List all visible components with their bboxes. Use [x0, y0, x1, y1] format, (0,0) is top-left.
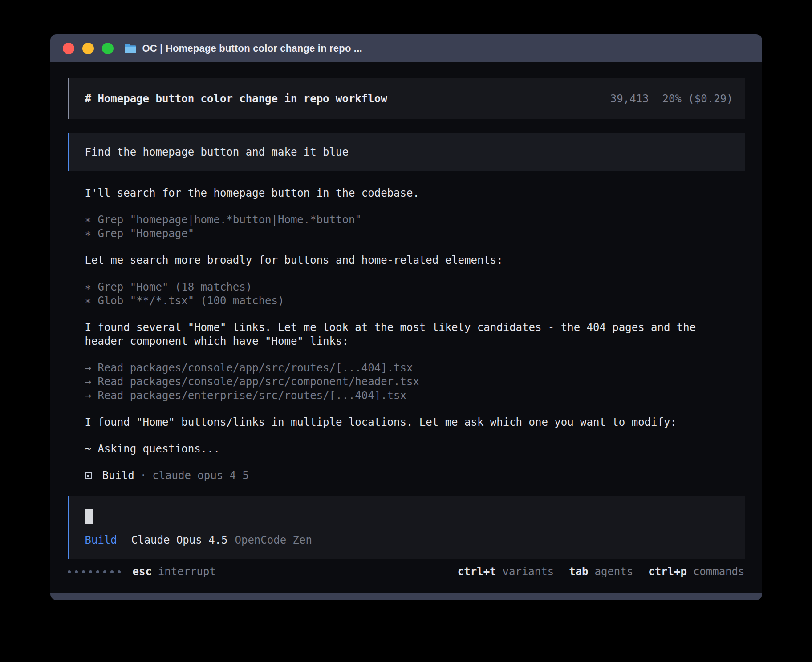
- tool-call-group: → Read packages/console/app/src/routes/[…: [68, 361, 745, 403]
- tool-call-line: ∗ Grep "Home" (18 matches): [68, 280, 745, 294]
- window-controls: [63, 43, 114, 54]
- provider-name: OpenCode Zen: [235, 533, 312, 547]
- status-left: esc interrupt: [68, 565, 216, 579]
- tool-call-line: → Read packages/console/app/src/routes/[…: [68, 361, 745, 375]
- user-message-text: Find the homepage button and make it blu…: [85, 145, 349, 159]
- assistant-text: I found "Home" buttons/links in multiple…: [68, 416, 745, 429]
- agent-name: Build: [102, 469, 134, 483]
- assistant-text: Let me search more broadly for buttons a…: [68, 254, 745, 267]
- shortcut-hints: ctrl+t variants tab agents ctrl+p comman…: [458, 565, 745, 579]
- window-bottom-edge: [50, 593, 762, 600]
- shortcut-key: ctrl+t: [458, 565, 496, 579]
- interrupt-label: interrupt: [158, 565, 216, 579]
- agent-separator: ·: [140, 469, 146, 483]
- tool-call-line: ∗ Grep "Homepage": [68, 227, 745, 241]
- tool-call-group: ∗ Grep "homepage|home.*button|Home.*butt…: [68, 213, 745, 241]
- agent-model: claude-opus-4-5: [152, 469, 249, 483]
- shortcut-key: tab: [569, 565, 588, 579]
- shortcut-key: ctrl+p: [648, 565, 687, 579]
- text-cursor: [85, 509, 93, 524]
- shortcut-agents: tab agents: [569, 565, 633, 579]
- titlebar[interactable]: OC | Homepage button color change in rep…: [50, 34, 762, 62]
- conversation-transcript: I'll search for the homepage button in t…: [68, 186, 745, 483]
- close-button[interactable]: [63, 43, 74, 54]
- status-bar: esc interrupt ctrl+t variants tab agents…: [68, 565, 745, 593]
- shortcut-commands: ctrl+p commands: [648, 565, 744, 579]
- shortcut-variants: ctrl+t variants: [458, 565, 554, 579]
- zoom-button[interactable]: [102, 43, 114, 54]
- assistant-status-text: ~ Asking questions...: [68, 442, 745, 456]
- tool-call-group: ∗ Grep "Home" (18 matches) ∗ Glob "**/*.…: [68, 280, 745, 308]
- window-title: OC | Homepage button color change in rep…: [142, 43, 362, 54]
- agent-status-line: Build · claude-opus-4-5: [68, 469, 745, 483]
- shortcut-label: commands: [693, 565, 745, 579]
- assistant-text: I'll search for the homepage button in t…: [68, 186, 745, 200]
- shortcut-label: agents: [595, 565, 633, 579]
- tool-call-line: ∗ Glob "**/*.tsx" (100 matches): [68, 294, 745, 308]
- session-header: # Homepage button color change in repo w…: [68, 78, 745, 119]
- session-title: # Homepage button color change in repo w…: [85, 92, 387, 106]
- session-stats: 39,413 20% ($0.29): [610, 92, 733, 106]
- terminal-window: OC | Homepage button color change in rep…: [50, 34, 762, 600]
- progress-spinner: [68, 570, 121, 573]
- input-meta: Build Claude Opus 4.5 OpenCode Zen: [85, 533, 745, 547]
- prompt-input[interactable]: Build Claude Opus 4.5 OpenCode Zen: [68, 496, 745, 559]
- assistant-text: I found several "Home" links. Let me loo…: [68, 321, 745, 348]
- tool-call-line: → Read packages/console/app/src/componen…: [68, 375, 745, 389]
- token-count: 39,413: [610, 92, 649, 106]
- context-usage: 20% ($0.29): [662, 92, 733, 106]
- folder-icon: [124, 43, 137, 53]
- shortcut-label: variants: [503, 565, 554, 579]
- agent-build-icon: [85, 472, 92, 479]
- tool-call-line: ∗ Grep "homepage|home.*button|Home.*butt…: [68, 213, 745, 227]
- model-name: Claude Opus 4.5: [131, 533, 228, 547]
- minimize-button[interactable]: [82, 43, 94, 54]
- interrupt-key: esc: [133, 565, 152, 579]
- agent-mode-label: Build: [85, 533, 117, 547]
- user-message: Find the homepage button and make it blu…: [68, 133, 745, 171]
- tool-call-line: → Read packages/enterprise/src/routes/[.…: [68, 389, 745, 403]
